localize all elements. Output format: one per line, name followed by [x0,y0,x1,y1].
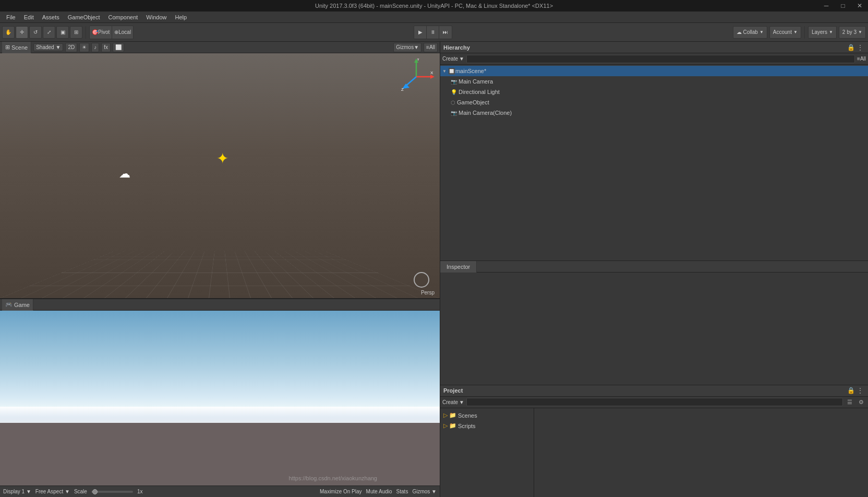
game-scale-value: 1x [137,489,143,494]
hierarchy-search-input[interactable] [466,55,855,63]
hierarchy-item-1[interactable]: 💡 Directional Light [440,87,868,97]
scene-render-mode[interactable]: Shaded ▼ [33,43,63,51]
camera-icon-3: 📷 [451,110,457,116]
scene-viewport[interactable]: ✦ ☁ Y [0,53,440,298]
folder-img-scripts: 📁 [449,422,456,429]
play-button[interactable]: ▶ [414,26,427,39]
menu-edit[interactable]: Edit [20,13,38,21]
account-button[interactable]: Account ▼ [769,26,801,39]
pivot-local-group: 🎯 Pivot ⊕ Local [89,26,134,39]
game-bottom-bar: Display 1 ▼ Free Aspect ▼ Scale 1x Maxim… [0,486,440,497]
game-scale-label: Scale [74,489,87,494]
tool-transform[interactable]: ⊞ [70,26,82,39]
scene-fx-btn[interactable]: fx [101,43,111,52]
game-tab[interactable]: 🎮 Game [2,299,33,311]
project-panel: Project 🔒 ⋮ Create ▼ ☰ ⚙ ▷ 📁 [440,385,868,498]
tool-hand[interactable]: ✋ [2,26,15,39]
tool-rotate[interactable]: ↺ [29,26,42,39]
tool-scale[interactable]: ⤢ [43,26,55,39]
scene-aspect-icon: ⬜ [115,44,122,50]
separator-2 [804,26,805,39]
scene-gizmos-btn[interactable]: Gizmos ▼ [393,43,421,52]
hierarchy-item-3[interactable]: 📷 Main Camera(Clone) [440,108,868,118]
hierarchy-content: ▼ 🔲 mainScene* 📷 Main Camera 💡 Direction… [440,65,868,119]
game-scale-slider[interactable] [91,491,133,493]
local-button[interactable]: ⊕ Local [112,26,133,39]
project-menu-btn[interactable]: ⋮ [855,386,865,395]
aspect-dropdown-arrow: ▼ [65,489,70,494]
project-settings-btn[interactable]: ⚙ [857,397,866,407]
scene-lighting-icon: ☀ [82,44,87,50]
folder-img-scenes: 📁 [449,412,456,419]
hierarchy-lock-btn[interactable]: 🔒 [846,43,855,52]
hierarchy-create-btn[interactable]: Create ▼ [442,56,464,62]
inspector-panel [440,273,868,385]
project-folder-scenes[interactable]: ▷ 📁 Scenes [440,410,534,421]
scene-tab-label: Scene [11,44,28,51]
hierarchy-menu-btn[interactable]: ⋮ [855,43,865,52]
pause-button[interactable]: ⏸ [427,26,439,39]
project-folder-scripts[interactable]: ▷ 📁 Scripts [440,421,534,431]
svg-text:Y: Y [417,58,420,62]
svg-marker-3 [430,75,435,79]
mute-audio-btn[interactable]: Mute Audio [366,489,392,494]
step-button[interactable]: ⏭ [439,26,452,39]
menu-assets[interactable]: Assets [38,13,64,21]
hierarchy-item-2[interactable]: ⬡ GameObject [440,97,868,108]
menu-gameobject[interactable]: GameObject [64,13,104,21]
game-viewport[interactable]: https://blog.csdn.net/xiaokunzhang [0,311,440,486]
separator-1 [86,26,86,39]
menu-window[interactable]: Window [142,13,171,21]
light-icon-1: 💡 [451,89,457,95]
menu-bar: File Edit Assets GameObject Component Wi… [0,11,868,23]
gizmos-dropdown: ▼ [414,44,419,50]
window-controls: ─ □ ✕ [818,0,868,11]
maximize-button[interactable]: □ [835,0,851,11]
menu-component[interactable]: Component [104,13,142,21]
collab-dropdown-arrow: ▼ [760,30,764,34]
right-toolbar: ☁ Collab ▼ Account ▼ Layers ▼ 2 by 3 ▼ [733,26,866,39]
game-tab-label: Game [14,302,30,308]
scene-aspect-btn[interactable]: ⬜ [113,43,124,52]
hierarchy-item-0[interactable]: 📷 Main Camera [440,76,868,87]
tool-rect[interactable]: ▣ [56,26,69,39]
tool-move[interactable]: ✛ [16,26,28,39]
scene-2d-btn[interactable]: 2D [65,43,77,52]
menu-help[interactable]: Help [171,13,191,21]
project-files [534,408,868,498]
minimize-button[interactable]: ─ [818,0,835,11]
stats-btn[interactable]: Stats [396,489,408,494]
close-button[interactable]: ✕ [851,0,868,11]
menu-file[interactable]: File [2,13,20,21]
local-icon: ⊕ [114,29,118,35]
main-layout: ⊞ Scene Shaded ▼ 2D ☀ ♪ fx ⬜ [0,42,868,497]
project-create-btn[interactable]: Create ▼ [442,399,464,405]
pivot-button[interactable]: 🎯 Pivot [90,26,112,39]
project-tree: ▷ 📁 Scenes ▷ 📁 Scripts [440,408,534,498]
game-display-btn[interactable]: Display 1 ▼ [3,489,31,494]
layout-button[interactable]: 2 by 3 ▼ [839,26,866,39]
hierarchy-all-btn[interactable]: ≡All [857,56,866,62]
scene-icon-main: 🔲 [448,68,455,75]
game-aspect-btn[interactable]: Free Aspect ▼ [35,489,70,494]
transform-tools: ✋ ✛ ↺ ⤢ ▣ ⊞ [2,26,82,39]
hierarchy-panel: Hierarchy 🔒 ⋮ Create ▼ ≡All ▼ 🔲 [440,42,868,261]
project-search-input[interactable] [466,398,843,406]
scene-lighting-btn[interactable]: ☀ [79,43,89,52]
scene-audio-btn[interactable]: ♪ [91,43,99,52]
scene-tab[interactable]: ⊞ Scene [2,42,31,53]
hierarchy-scene-root[interactable]: ▼ 🔲 mainScene* [440,66,868,76]
collab-icon: ☁ [737,29,742,35]
layers-button[interactable]: Layers ▼ [808,26,837,39]
project-header: Project 🔒 ⋮ [440,385,868,397]
project-filter-btn[interactable]: ☰ [845,397,854,407]
scene-all-btn[interactable]: ≡All [424,43,438,52]
game-gizmos-btn[interactable]: Gizmos ▼ [412,489,437,494]
scene-persp-label: Persp [421,290,435,295]
collab-button[interactable]: ☁ Collab ▼ [733,26,767,39]
maximize-on-play-btn[interactable]: Maximize On Play [320,489,362,494]
inspector-tab[interactable]: Inspector [440,261,477,273]
right-panel: Hierarchy 🔒 ⋮ Create ▼ ≡All ▼ 🔲 [440,42,868,497]
game-gizmos-arrow: ▼ [431,489,437,494]
project-lock-btn[interactable]: 🔒 [846,386,855,395]
